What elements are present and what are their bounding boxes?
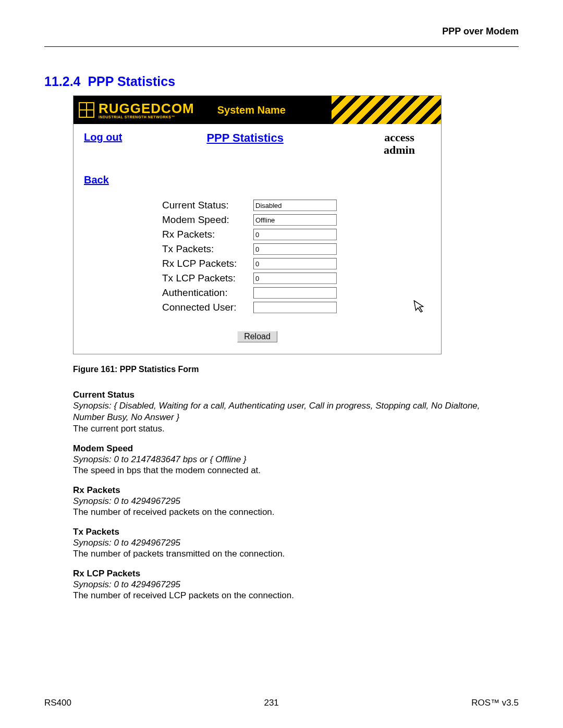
field-tx-packets[interactable] bbox=[253, 243, 337, 255]
section-name: PPP Statistics bbox=[88, 74, 175, 89]
logout-link[interactable]: Log out bbox=[84, 131, 122, 143]
section-title: 11.2.4 PPP Statistics bbox=[44, 74, 519, 89]
doc-title-tx-packets: Tx Packets bbox=[73, 527, 506, 537]
label-rx-lcp-packets: Rx LCP Packets: bbox=[162, 258, 253, 269]
field-modem-speed[interactable] bbox=[253, 214, 337, 226]
hazard-stripe-icon bbox=[332, 96, 441, 124]
field-tx-lcp-packets[interactable] bbox=[253, 273, 337, 284]
field-connected-user[interactable] bbox=[253, 302, 337, 313]
label-modem-speed: Modem Speed: bbox=[162, 214, 253, 226]
doc-desc-rx-packets: The number of received packets on the co… bbox=[73, 507, 506, 517]
label-rx-packets: Rx Packets: bbox=[162, 229, 253, 240]
field-authentication[interactable] bbox=[253, 287, 337, 299]
system-name: System Name bbox=[217, 104, 286, 116]
doc-title-current-status: Current Status bbox=[73, 390, 506, 400]
field-rx-packets[interactable] bbox=[253, 229, 337, 240]
label-connected-user: Connected User: bbox=[162, 302, 253, 313]
figure-caption: Figure 161: PPP Statistics Form bbox=[73, 365, 519, 374]
doc-synopsis-current-status: Synopsis: { Disabled, Waiting for a call… bbox=[73, 400, 506, 423]
ppp-statistics-screenshot: RUGGEDCOM INDUSTRIAL STRENGTH NETWORKS™ … bbox=[73, 95, 442, 354]
page-header-right: PPP over Modem bbox=[44, 26, 519, 37]
brand-icon bbox=[79, 102, 94, 118]
doc-desc-rx-lcp-packets: The number of received LCP packets on th… bbox=[73, 590, 506, 601]
doc-title-rx-lcp-packets: Rx LCP Packets bbox=[73, 569, 506, 579]
ppp-statistics-title[interactable]: PPP Statistics bbox=[122, 131, 368, 145]
doc-desc-tx-packets: The number of packets transmitted on the… bbox=[73, 549, 506, 559]
header-rule bbox=[44, 46, 519, 47]
doc-synopsis-rx-lcp-packets: Synopsis: 0 to 4294967295 bbox=[73, 579, 506, 590]
field-current-status[interactable] bbox=[253, 200, 337, 211]
back-link[interactable]: Back bbox=[84, 174, 109, 186]
access-level: access admin bbox=[368, 131, 431, 156]
ppp-statistics-form: Current Status: Modem Speed: Rx Packets:… bbox=[162, 200, 431, 313]
doc-title-modem-speed: Modem Speed bbox=[73, 443, 506, 454]
section-number: 11.2.4 bbox=[44, 74, 81, 89]
label-tx-packets: Tx Packets: bbox=[162, 243, 253, 255]
label-tx-lcp-packets: Tx LCP Packets: bbox=[162, 273, 253, 284]
reload-button[interactable]: Reload bbox=[237, 331, 277, 342]
label-current-status: Current Status: bbox=[162, 200, 253, 211]
brand-name: RUGGEDCOM bbox=[99, 102, 194, 115]
access-line2: admin bbox=[368, 144, 431, 156]
doc-synopsis-rx-packets: Synopsis: 0 to 4294967295 bbox=[73, 496, 506, 507]
footer-right: ROS™ v3.5 bbox=[471, 698, 519, 708]
doc-synopsis-modem-speed: Synopsis: 0 to 2147483647 bps or { Offli… bbox=[73, 454, 506, 465]
screenshot-top-bar: RUGGEDCOM INDUSTRIAL STRENGTH NETWORKS™ … bbox=[74, 96, 441, 124]
brand-area: RUGGEDCOM INDUSTRIAL STRENGTH NETWORKS™ bbox=[74, 102, 194, 119]
access-line1: access bbox=[368, 131, 431, 144]
field-rx-lcp-packets[interactable] bbox=[253, 258, 337, 269]
footer-left: RS400 bbox=[44, 698, 71, 708]
label-authentication: Authentication: bbox=[162, 287, 253, 299]
doc-synopsis-tx-packets: Synopsis: 0 to 4294967295 bbox=[73, 537, 506, 549]
footer-center: 231 bbox=[264, 698, 278, 708]
page-footer: RS400 231 ROS™ v3.5 bbox=[44, 698, 519, 708]
doc-desc-current-status: The current port status. bbox=[73, 424, 506, 434]
doc-desc-modem-speed: The speed in bps that the modem connecte… bbox=[73, 465, 506, 476]
doc-title-rx-packets: Rx Packets bbox=[73, 485, 506, 496]
